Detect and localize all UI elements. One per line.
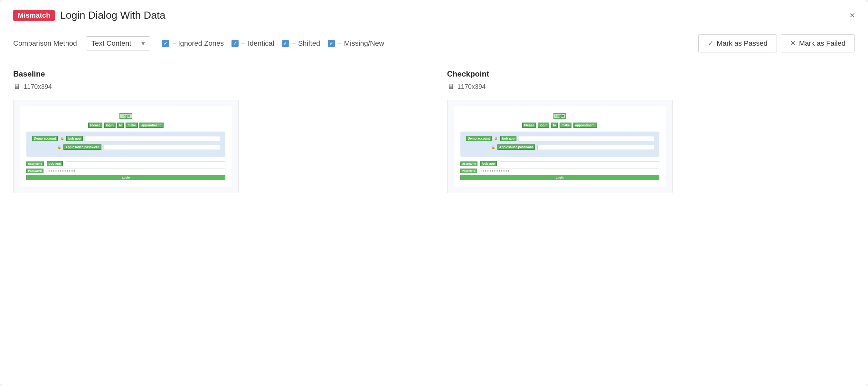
checkbox-identical[interactable] — [231, 40, 239, 47]
checkpoint-size-row: 🖥 1170x394 — [447, 82, 855, 91]
baseline-username-input[interactable] — [66, 162, 225, 166]
baseline-password-row: Password •••••••••••••••• — [26, 169, 225, 173]
baseline-login-title: Login — [26, 113, 225, 119]
baseline-size-row: 🖥 1170x394 — [13, 82, 421, 91]
baseline-submit-area: Login — [26, 175, 225, 180]
checkpoint-form-area: Demo account 🔒 bob app 🔒 Applesauce pass… — [460, 132, 659, 156]
baseline-login-text: Login — [119, 113, 132, 119]
checkpoint-form-row-1: Demo account 🔒 bob app — [466, 135, 654, 142]
checkpoint-login-mockup: Login Please login to make appointment. … — [454, 106, 666, 186]
filter-group: – Ignored Zones – Identical – Shifted – … — [162, 39, 384, 47]
baseline-input-1 — [85, 136, 220, 141]
checkbox-shifted[interactable] — [282, 40, 289, 47]
baseline-form-row-1: Demo account 🔒 bob app — [32, 135, 220, 142]
baseline-subtitle: Please login to make appointment. — [26, 122, 225, 128]
checkbox-missing-new[interactable] — [328, 40, 335, 47]
checkpoint-login-title: Login — [460, 113, 659, 119]
filter-missing-new-label: Missing/New — [344, 39, 384, 47]
baseline-login-mockup: Login Please login to make appointment. … — [20, 106, 232, 186]
baseline-password-input[interactable]: •••••••••••••••• — [46, 169, 225, 173]
chevron-down-icon: ▾ — [141, 39, 145, 47]
filter-identical[interactable]: – Identical — [231, 39, 274, 47]
checkpoint-screenshot: Login Please login to make appointment. … — [447, 100, 673, 193]
modal-header: Mismatch Login Dialog With Data × — [0, 0, 868, 28]
modal-title: Login Dialog With Data — [60, 9, 165, 21]
checkpoint-label: Checkpoint — [447, 69, 855, 78]
checkpoint-form-row-2: 🔒 Applesauce password — [466, 144, 654, 150]
comparison-method-label: Comparison Method — [13, 39, 77, 47]
checkpoint-panel: Checkpoint 🖥 1170x394 Login Please login… — [434, 59, 868, 386]
toolbar: Comparison Method Text Content ▾ – Ignor… — [0, 28, 868, 59]
baseline-username-row: Username bob app — [26, 161, 225, 167]
mismatch-badge: Mismatch — [13, 10, 55, 21]
checkmark-icon: ✓ — [708, 39, 713, 47]
mark-as-passed-button[interactable]: ✓ Mark as Passed — [698, 34, 777, 52]
checkpoint-size: 1170x394 — [458, 83, 486, 91]
modal-container: Mismatch Login Dialog With Data × Compar… — [0, 0, 868, 386]
checkpoint-submit-area: Login — [460, 175, 659, 180]
baseline-label: Baseline — [13, 69, 421, 78]
monitor-icon: 🖥 — [13, 82, 20, 91]
checkpoint-password-input[interactable]: •••••••••••••••• — [480, 169, 659, 173]
checkpoint-form-below: Username bob app Password ••••••••••••••… — [460, 161, 659, 180]
checkpoint-password-row: Password •••••••••••••••• — [460, 169, 659, 173]
checkpoint-username-input[interactable] — [500, 162, 659, 166]
checkpoint-username-row: Username bob app — [460, 161, 659, 167]
comparison-method-value: Text Content — [91, 39, 131, 47]
filter-shifted[interactable]: – Shifted — [282, 39, 320, 47]
baseline-form-area: Demo account 🔒 bob app 🔒 Applesauce pass… — [26, 132, 225, 156]
baseline-form-row-2: 🔒 Applesauce password — [32, 144, 220, 150]
checkpoint-login-text: Login — [553, 113, 566, 119]
checkpoint-input-2 — [537, 145, 654, 150]
filter-identical-label: Identical — [248, 39, 274, 47]
baseline-size: 1170x394 — [24, 83, 52, 91]
comparison-method-select[interactable]: Text Content ▾ — [86, 36, 150, 50]
x-icon: ✕ — [790, 39, 796, 47]
filter-shifted-label: Shifted — [298, 39, 320, 47]
mark-as-passed-label: Mark as Passed — [717, 39, 768, 47]
checkpoint-submit-btn[interactable]: Login — [460, 175, 659, 180]
mark-as-failed-label: Mark as Failed — [799, 39, 845, 47]
baseline-panel: Baseline 🖥 1170x394 Login Please login t… — [0, 59, 434, 386]
mark-as-failed-button[interactable]: ✕ Mark as Failed — [781, 34, 855, 52]
checkpoint-subtitle: Please login to make appointment. — [460, 122, 659, 128]
baseline-form-below: Username bob app Password ••••••••••••••… — [26, 161, 225, 180]
baseline-submit-btn[interactable]: Login — [26, 175, 225, 180]
baseline-screenshot: Login Please login to make appointment. … — [13, 100, 239, 193]
baseline-input-2 — [104, 145, 220, 150]
checkpoint-monitor-icon: 🖥 — [447, 82, 454, 91]
close-button[interactable]: × — [850, 11, 855, 20]
checkbox-ignored-zones[interactable] — [162, 40, 169, 47]
checkpoint-input-1 — [519, 136, 654, 141]
action-buttons: ✓ Mark as Passed ✕ Mark as Failed — [698, 34, 855, 52]
filter-ignored-zones[interactable]: – Ignored Zones — [162, 39, 224, 47]
content-area: Baseline 🖥 1170x394 Login Please login t… — [0, 59, 868, 386]
filter-missing-new[interactable]: – Missing/New — [328, 39, 384, 47]
filter-ignored-zones-label: Ignored Zones — [178, 39, 224, 47]
